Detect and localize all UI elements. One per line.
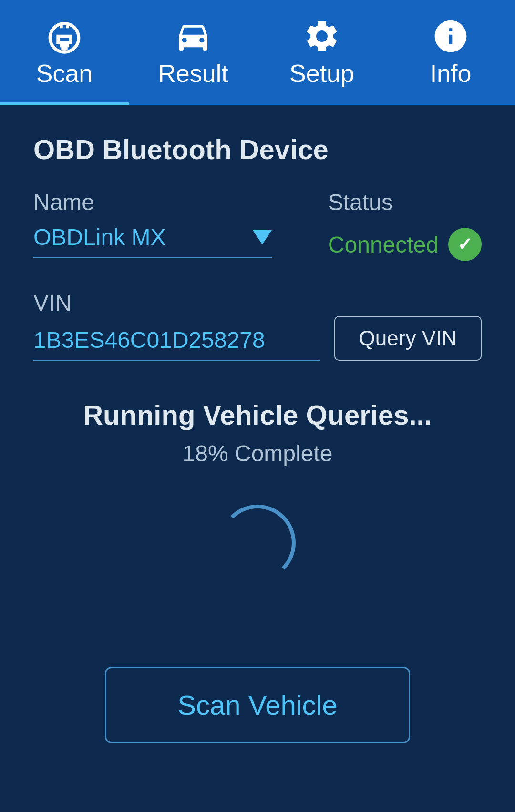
info-icon [432,17,470,55]
tab-scan[interactable]: Scan [0,0,129,105]
tab-setup-label: Setup [289,59,354,88]
query-vin-button[interactable]: Query VIN [334,316,482,361]
status-container: Connected ✓ [328,224,482,261]
obd-section-title: OBD Bluetooth Device [33,133,482,165]
tab-setup[interactable]: Setup [258,0,386,105]
tab-result[interactable]: Result [129,0,258,105]
tab-info-label: Info [430,59,472,88]
vin-section: VIN Query VIN [33,290,482,361]
loading-spinner [219,505,296,581]
connected-status-icon: ✓ [448,228,482,261]
percent-text: 18% Complete [183,440,333,467]
checkmark-icon: ✓ [457,235,473,254]
vin-label: VIN [33,290,72,315]
vin-row: Query VIN [33,316,482,361]
tab-scan-label: Scan [36,59,93,88]
gear-icon [303,17,341,55]
progress-section: Running Vehicle Queries... 18% Complete [33,399,482,629]
device-select-dropdown[interactable]: OBDLink MX [33,224,272,258]
car-icon [174,17,212,55]
usb-icon [45,17,83,55]
status-label: Status [328,189,482,215]
chevron-down-icon [253,230,272,244]
name-label: Name [33,189,309,215]
device-name-group: Name OBDLink MX [33,189,309,258]
running-text: Running Vehicle Queries... [83,399,432,431]
status-group: Status Connected ✓ [328,189,482,261]
spinner-container [219,505,296,581]
vin-input[interactable] [33,327,320,361]
device-select-value: OBDLink MX [33,224,165,250]
device-row: Name OBDLink MX Status Connected ✓ [33,189,482,261]
vin-input-group [33,327,320,361]
navigation-bar: Scan Result Setup Info [0,0,515,105]
tab-result-label: Result [158,59,228,88]
main-content: OBD Bluetooth Device Name OBDLink MX Sta… [0,105,515,772]
tab-info[interactable]: Info [386,0,515,105]
scan-vehicle-button[interactable]: Scan Vehicle [105,667,410,743]
status-text: Connected [328,232,439,258]
